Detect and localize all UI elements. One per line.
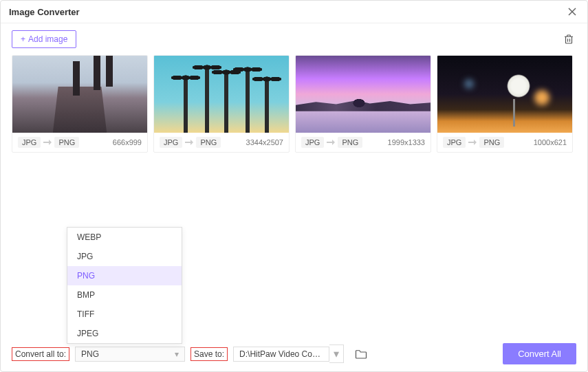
thumbnail [437, 56, 572, 133]
source-format-badge: JPG [160, 137, 182, 148]
image-dimensions: 1999x1333 [388, 138, 425, 146]
save-to-highlight: Save to: [190, 347, 228, 361]
format-option-jpeg[interactable]: JPEG [67, 324, 182, 343]
chevron-down-icon: ▾ [334, 347, 339, 360]
delete-all-button[interactable] [561, 32, 576, 47]
format-option-webp[interactable]: WEBP [67, 228, 182, 247]
chevron-down-icon: ▾ [175, 349, 179, 359]
target-format-badge: PNG [196, 137, 221, 148]
image-card[interactable]: JPG PNG 1999x1333 [295, 55, 431, 153]
toolbar: + Add image [1, 23, 587, 55]
target-format-badge: PNG [479, 137, 504, 148]
format-option-tiff[interactable]: TIFF [67, 305, 182, 324]
image-dimensions: 1000x621 [534, 138, 567, 146]
target-format-badge: PNG [338, 137, 362, 148]
format-dropdown: WEBP JPG PNG BMP TIFF JPEG [67, 227, 182, 344]
image-dimensions: 666x999 [113, 138, 142, 146]
image-card[interactable]: JPG PNG 666x999 [12, 55, 148, 153]
browse-folder-button[interactable] [353, 347, 369, 362]
arrow-right-icon [327, 139, 335, 146]
close-icon [567, 7, 577, 17]
format-select-value: PNG [81, 349, 99, 359]
convert-all-to-highlight: Convert all to: [12, 347, 69, 361]
folder-icon [355, 349, 367, 360]
arrow-right-icon [185, 139, 193, 146]
save-path-dropdown[interactable]: ▾ [329, 344, 344, 363]
save-path-group: D:\HitPaw Video Conve... ▾ [233, 344, 344, 363]
format-option-jpg[interactable]: JPG [67, 247, 182, 266]
convert-all-to-label: Convert all to: [15, 349, 66, 359]
image-dimensions: 3344x2507 [246, 138, 283, 146]
source-format-badge: JPG [301, 137, 324, 148]
arrow-right-icon [43, 139, 52, 146]
source-format-badge: JPG [18, 137, 41, 148]
trash-icon [563, 33, 575, 45]
thumbnail [12, 56, 147, 133]
card-footer: JPG PNG 666x999 [12, 133, 147, 152]
image-card[interactable]: JPG PNG 3344x2507 [153, 55, 290, 153]
image-converter-window: Image Converter + Add image JPG PNG 666x… [0, 0, 588, 372]
card-footer: JPG PNG 1999x1333 [296, 133, 431, 152]
save-path-field[interactable]: D:\HitPaw Video Conve... [233, 347, 329, 362]
add-image-label: Add image [28, 34, 67, 44]
arrow-right-icon [468, 139, 477, 146]
add-image-button[interactable]: + Add image [12, 30, 76, 48]
card-footer: JPG PNG 1000x621 [437, 133, 572, 152]
plus-icon: + [21, 34, 25, 44]
close-button[interactable] [565, 5, 579, 19]
format-option-bmp[interactable]: BMP [67, 285, 182, 305]
save-to-label: Save to: [194, 349, 224, 359]
window-title: Image Converter [9, 7, 80, 17]
titlebar: Image Converter [1, 1, 587, 23]
card-footer: JPG PNG 3344x2507 [154, 133, 289, 152]
thumbnail [154, 56, 289, 133]
format-option-png[interactable]: PNG [67, 266, 182, 285]
source-format-badge: JPG [443, 137, 466, 148]
convert-all-button[interactable]: Convert All [503, 343, 576, 364]
image-card[interactable]: JPG PNG 1000x621 [437, 55, 573, 153]
format-select[interactable]: PNG ▾ [75, 347, 185, 362]
image-grid: JPG PNG 666x999 JPG PNG 3344x2507 [1, 55, 587, 153]
thumbnail [296, 56, 431, 133]
target-format-badge: PNG [54, 137, 79, 148]
